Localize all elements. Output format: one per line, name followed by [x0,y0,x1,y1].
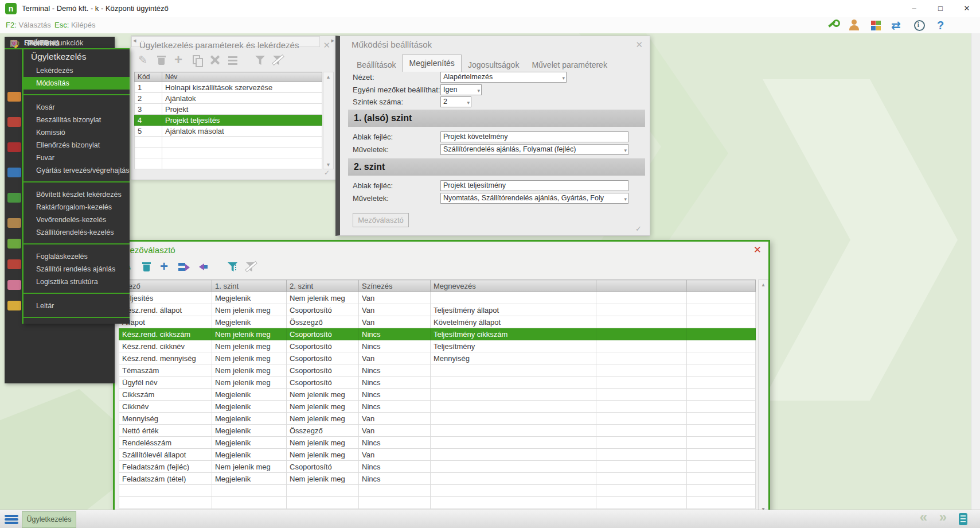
table-row[interactable]: 1 Holnapi kiszállítások szervezése [135,82,322,93]
submenu-item[interactable]: Szállítórendelés-kezelés [24,226,130,239]
cell-empty[interactable] [596,364,687,376]
cell-megnevezes[interactable]: Teljesítmény cikkszám [431,328,596,340]
document-list-icon[interactable] [959,513,967,525]
filter-icon[interactable] [253,53,267,67]
submenu-item[interactable] [24,181,130,183]
cell-empty[interactable] [596,389,687,401]
cell-szint1[interactable]: Nem jelenik meg [212,461,287,473]
cell-szint2[interactable]: Csoportosító [287,340,359,352]
scroll-down-icon[interactable]: ▾ [759,506,768,510]
tab[interactable]: Megjelenítés [402,55,461,72]
cell-nev[interactable]: Holnapi kiszállítások szervezése [162,82,322,93]
cell-szint1[interactable]: Nem jelenik meg [212,328,287,340]
confirm-check-icon[interactable]: ✓ [324,169,330,177]
cell-szinezes[interactable]: Nincs [359,376,431,389]
cell-mezo[interactable]: Cikknév [119,401,212,413]
cell-szint1[interactable]: Megjelenik [212,449,287,461]
submenu-item[interactable]: Módosítás [24,77,130,90]
back-chevrons-icon[interactable]: « [920,509,927,525]
cell-szint2[interactable]: Nem jelenik meg [287,401,359,413]
copy-down-icon[interactable] [177,260,190,274]
cell-kod[interactable]: 1 [135,82,162,93]
table-row[interactable]: Ügyfél név Nem jelenik meg Csoportosító … [119,376,756,389]
copy-icon[interactable] [190,53,204,67]
cell-szint1[interactable]: Megjelenik [212,316,287,328]
column-header[interactable]: 2. szint [287,280,359,292]
menu-icon[interactable] [226,53,240,67]
cell-megnevezes[interactable] [431,425,596,437]
tools-icon[interactable] [208,53,222,67]
scroll-down-icon[interactable]: ▾ [323,161,333,168]
cell-empty[interactable] [687,304,756,316]
cell-empty[interactable] [687,352,756,364]
cell-empty[interactable] [596,316,687,328]
cell-szint2[interactable]: Csoportosító [287,352,359,364]
hamburger-icon[interactable] [5,515,18,524]
level1-ablak-input[interactable]: Projekt követelmény [440,131,628,142]
submenu-item[interactable]: Ügyletkezelés [24,49,130,64]
cell-szint1[interactable] [212,485,287,497]
scroll-up-icon[interactable]: ▴ [759,281,768,288]
cell-szinezes[interactable] [359,485,431,497]
cell-mezo[interactable]: Szállítólevél állapot [119,449,212,461]
mezovalaszto-button[interactable]: Mezőválasztó [353,213,409,227]
cell-empty[interactable] [687,376,756,389]
cell-empty[interactable] [687,485,756,497]
cell-megnevezes[interactable] [431,401,596,413]
cell-empty[interactable] [687,413,756,425]
cell-kod[interactable] [135,147,162,158]
cell-empty[interactable] [687,316,756,328]
close-icon[interactable]: ✕ [954,0,980,17]
cell-szint2[interactable]: Nem jelenik meg [287,292,359,304]
cell-empty[interactable] [687,401,756,413]
table-row[interactable] [135,137,322,147]
cell-szint1[interactable]: Megjelenik [212,473,287,485]
cell-szint1[interactable]: Megjelenik [212,389,287,401]
confirm-check-icon[interactable]: ✓ [635,224,642,233]
cell-szint1[interactable]: Nem jelenik meg [212,340,287,352]
cell-szint1[interactable]: Megjelenik [212,401,287,413]
cell-kod[interactable]: 4 [135,115,162,126]
cell-empty[interactable] [596,461,687,473]
table-row[interactable]: 3 Projekt [135,104,322,115]
table-row[interactable]: Kész.rend. mennyiség Nem jelenik meg Cso… [119,352,756,364]
table-row[interactable]: Állapot Megjelenik Összegző Van Követelm… [119,316,756,328]
cell-nev[interactable] [162,137,322,147]
cell-szint2[interactable]: Csoportosító [287,328,359,340]
cell-empty[interactable] [687,497,756,509]
table-row[interactable] [135,147,322,158]
tools-icon[interactable] [825,18,840,33]
table-row[interactable]: Témaszám Nem jelenik meg Csoportosító Ni… [119,364,756,376]
minimize-icon[interactable]: – [901,0,927,17]
cell-megnevezes[interactable] [431,485,596,497]
maximize-icon[interactable]: □ [927,0,954,17]
cell-empty[interactable] [687,328,756,340]
table-row[interactable]: Rendelésszám Megjelenik Nem jelenik meg … [119,437,756,449]
cell-szinezes[interactable]: Van [359,304,431,316]
cell-mezo[interactable]: Mennyiség [119,413,212,425]
cell-szinezes[interactable]: Nincs [359,437,431,449]
submenu-item[interactable] [24,293,130,294]
submenu-item[interactable] [24,317,130,318]
level2-muveletek-dropdown[interactable]: Nyomtatás, Szállítórendelés ajánlás, Gyá… [440,193,628,204]
submenu-item[interactable]: Raktárforgalom-kezelés [24,201,130,213]
table-row[interactable]: Cikknév Megjelenik Nem jelenik meg Nincs [119,401,756,413]
szintek-dropdown[interactable]: 2▾ [440,96,471,107]
tab[interactable]: Jogosultságok [462,58,526,72]
submenu-item[interactable]: Szállítói rendelés ajánlás [24,263,130,275]
cell-empty[interactable] [596,437,687,449]
cell-mezo[interactable]: Témaszám [119,364,212,376]
cell-szint1[interactable]: Megjelenik [212,413,287,425]
table-row[interactable] [119,485,756,497]
cell-szinezes[interactable]: Nincs [359,389,431,401]
level1-muveletek-dropdown[interactable]: Szállítórendelés ajánlás, Folyamat (fejl… [440,144,628,155]
table-row[interactable] [119,497,756,509]
table-row[interactable]: Cikkszám Megjelenik Nem jelenik meg Ninc… [119,389,756,401]
cell-megnevezes[interactable] [431,413,596,425]
submenu-item[interactable]: Fuvar [24,152,130,164]
submenu-item[interactable]: Gyártás tervezés/végrehajtás [24,164,130,177]
user-icon[interactable] [846,18,861,33]
cell-empty[interactable] [596,485,687,497]
help-icon[interactable] [934,18,948,33]
cell-megnevezes[interactable]: Mennyiség [431,352,596,364]
